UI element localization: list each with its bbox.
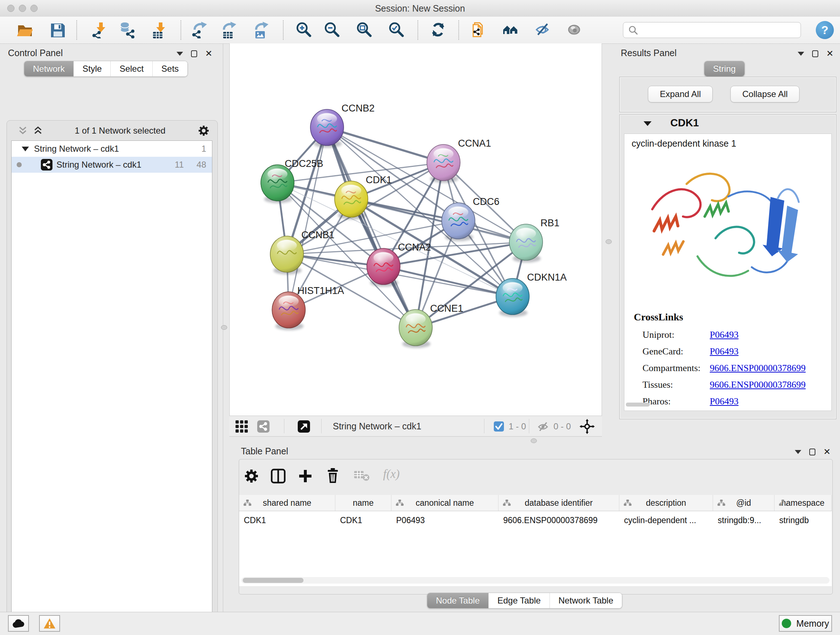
show-columns-icon[interactable] (270, 468, 286, 486)
column-header-name[interactable]: name (335, 495, 392, 511)
crosslink-link[interactable]: P06493 (710, 396, 738, 407)
search-input[interactable] (641, 25, 798, 35)
import-network-from-file-button[interactable] (90, 21, 109, 40)
delete-column-trash-icon[interactable] (325, 467, 341, 486)
table-cell[interactable]: cyclin-dependent ... (619, 513, 713, 527)
tab-edge-table[interactable]: Edge Table (488, 593, 549, 608)
results-panel: Results Panel ✕ String Expand All Collap… (615, 43, 840, 438)
maximize-table-icon[interactable] (809, 448, 815, 455)
create-column-icon[interactable] (297, 468, 313, 486)
node-RB1[interactable]: RB1 (509, 218, 560, 263)
table-options-gear-icon[interactable] (243, 468, 259, 486)
string-network-graph[interactable]: CCNB2 CCNA1 CDC25B CDK1 CDC6 RB1 CCNB1 C… (230, 43, 602, 416)
show-panel-button[interactable] (565, 21, 584, 40)
right-splitter-handle[interactable] (606, 239, 612, 244)
table-cell[interactable]: CDK1 (239, 513, 335, 527)
string-import-button[interactable] (471, 21, 489, 40)
warnings-button[interactable] (39, 615, 60, 632)
crosslink-link[interactable]: 9606.ENSP00000378699 (710, 363, 806, 374)
eye-hidden-icon[interactable] (537, 421, 549, 432)
column-header-description[interactable]: description (619, 495, 713, 511)
close-panel-icon[interactable]: ✕ (205, 49, 212, 58)
close-table-icon[interactable]: ✕ (823, 448, 831, 456)
table-cell[interactable]: stringdb (775, 513, 832, 527)
column-header-databaseidentifier[interactable]: database identifier (499, 495, 619, 511)
network-options-gear-icon[interactable] (197, 124, 210, 137)
edge-CCNA2-CDKN1A[interactable] (384, 266, 513, 296)
tab-select[interactable]: Select (111, 61, 152, 76)
table-horizontal-scrollbar[interactable] (241, 577, 829, 584)
crosslink-link[interactable]: P06493 (710, 346, 738, 357)
node-HIST1H1A[interactable]: HIST1H1A (272, 285, 344, 330)
maximize-results-icon[interactable] (812, 50, 818, 57)
toolbar-separator (180, 20, 181, 40)
collapse-all-button[interactable]: Collapse All (730, 86, 799, 103)
open-session-button[interactable] (15, 21, 34, 40)
zoom-fit-content-button[interactable] (355, 21, 373, 40)
network-share-view-icon[interactable] (257, 420, 270, 434)
collection-expand-icon[interactable] (22, 147, 29, 151)
expand-all-button[interactable]: Expand All (648, 86, 713, 103)
table-cell[interactable]: P06493 (392, 513, 499, 527)
node-label-CDC6: CDC6 (473, 196, 500, 207)
node-CDC25B[interactable]: CDC25B (261, 158, 324, 203)
node-CCNA1[interactable]: CCNA1 (427, 138, 491, 183)
node-CDKN1A[interactable]: CDKN1A (496, 272, 567, 317)
left-splitter-handle[interactable] (221, 325, 227, 330)
help-button[interactable]: ? (816, 21, 834, 39)
crosslink-link[interactable]: P06493 (710, 329, 738, 340)
tab-network-table[interactable]: Network Table (549, 593, 622, 608)
tab-style[interactable]: Style (73, 61, 111, 76)
results-scrollbar[interactable] (626, 402, 650, 407)
scrollbar-thumb[interactable] (243, 578, 303, 583)
tab-node-table[interactable]: Node Table (427, 593, 488, 608)
apply-layout-button[interactable] (429, 21, 448, 40)
export-network-button[interactable] (190, 21, 209, 40)
tab-network[interactable]: Network (24, 61, 73, 76)
cloud-status-button[interactable] (8, 615, 29, 632)
import-table-from-file-button[interactable] (150, 21, 169, 40)
table-cell[interactable]: 9606.ENSP00000378699 (499, 513, 619, 527)
maximize-panel-icon[interactable] (191, 50, 197, 57)
export-image-button[interactable] (251, 21, 270, 40)
network-row[interactable]: String Network – cdk1 11 48 (11, 157, 212, 173)
column-header-canonicalname[interactable]: canonical name (392, 495, 499, 511)
float-results-icon[interactable] (798, 52, 804, 56)
birdseye-view-icon[interactable] (297, 420, 310, 434)
zoom-out-button[interactable] (322, 21, 341, 40)
zoom-in-button[interactable] (294, 21, 313, 40)
grid-view-icon[interactable] (235, 420, 248, 434)
crosslink-link[interactable]: 9606.ENSP00000378699 (710, 379, 806, 390)
float-panel-icon[interactable] (177, 52, 183, 56)
table-cell[interactable]: CDK1 (335, 513, 392, 527)
table-cell[interactable]: stringdb:9... (713, 513, 775, 527)
edge-CCNB2-CCNA1[interactable] (327, 127, 444, 163)
save-session-button[interactable] (48, 21, 67, 40)
string-home-button[interactable] (501, 21, 520, 40)
node-CDK1[interactable]: CDK1 (335, 174, 392, 219)
gene-collapse-icon[interactable] (644, 121, 652, 126)
zoom-selected-button[interactable] (387, 21, 406, 40)
network-canvas[interactable]: CCNB2 CCNA1 CDC25B CDK1 CDC6 RB1 CCNB1 C… (229, 43, 602, 416)
tab-sets[interactable]: Sets (152, 61, 187, 76)
node-CCNE1[interactable]: CCNE1 (399, 303, 463, 348)
hide-panel-button[interactable] (533, 21, 552, 40)
checkbox-checked-icon[interactable] (493, 421, 504, 432)
search-field[interactable] (623, 22, 801, 38)
export-table-button[interactable] (219, 21, 238, 40)
close-results-icon[interactable]: ✕ (826, 49, 834, 58)
edge-CCNB2-CCNE1[interactable] (327, 127, 416, 328)
edge-CCNB2-HIST1H1A[interactable] (289, 127, 327, 310)
float-table-icon[interactable] (795, 450, 801, 454)
collapse-all-networks-icon[interactable] (18, 126, 28, 136)
network-collection-row[interactable]: String Network – cdk1 1 (11, 141, 212, 157)
expand-all-networks-icon[interactable] (33, 126, 43, 136)
import-network-from-database-button[interactable] (118, 21, 137, 40)
column-header-id[interactable]: @id (713, 495, 775, 511)
column-header-sharedname[interactable]: shared name (239, 495, 335, 511)
network-edge-count: 48 (196, 160, 206, 170)
column-header-namespace[interactable]: namespace (775, 495, 832, 511)
pan-crosshair-icon[interactable] (579, 419, 595, 435)
tab-string[interactable]: String (704, 61, 745, 76)
memory-button[interactable]: Memory (779, 615, 832, 632)
